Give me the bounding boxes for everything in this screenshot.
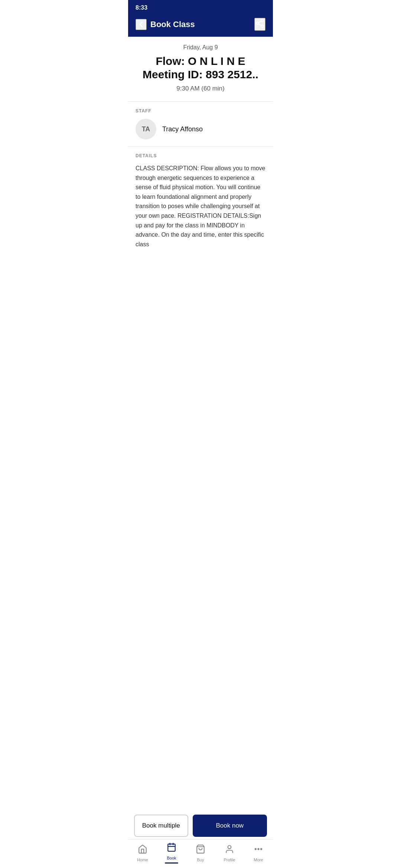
share-button[interactable]	[254, 18, 265, 31]
details-text: CLASS DESCRIPTION: Flow allows you to mo…	[136, 164, 265, 249]
status-bar: 8:33	[128, 0, 273, 14]
svg-line-3	[258, 24, 261, 26]
details-section-label: DETAILS	[136, 153, 265, 158]
svg-line-4	[258, 21, 261, 23]
staff-avatar: TA	[136, 119, 156, 139]
back-button[interactable]	[136, 19, 147, 30]
class-date: Friday, Aug 9	[136, 44, 265, 51]
staff-section: STAFF TA Tracy Affonso	[136, 102, 265, 146]
class-time: 9:30 AM (60 min)	[136, 85, 265, 92]
content-area: Friday, Aug 9 Flow: O N L I N E Meeting …	[128, 37, 273, 293]
header-left: Book Class	[136, 19, 195, 30]
staff-name: Tracy Affonso	[162, 125, 203, 133]
details-section: DETAILS CLASS DESCRIPTION: Flow allows y…	[136, 147, 265, 256]
class-title: Flow: O N L I N E Meeting ID: 893 2512..	[136, 55, 265, 81]
status-time: 8:33	[136, 4, 147, 11]
staff-section-label: STAFF	[136, 108, 265, 114]
header-title: Book Class	[150, 20, 195, 29]
staff-initials: TA	[142, 125, 150, 133]
header: Book Class	[128, 14, 273, 37]
staff-row: TA Tracy Affonso	[136, 119, 265, 139]
